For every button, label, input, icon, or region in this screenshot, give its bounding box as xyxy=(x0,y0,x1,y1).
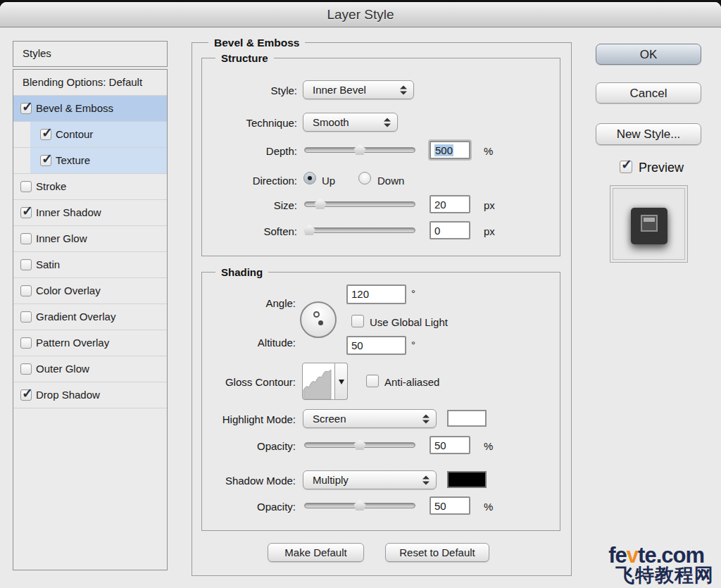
highlight-color-swatch[interactable] xyxy=(447,410,487,427)
altitude-value: 50 xyxy=(351,339,363,351)
checkbox[interactable] xyxy=(20,337,32,349)
opacity2-slider[interactable] xyxy=(304,503,415,508)
opacity1-field[interactable]: 50 xyxy=(430,436,470,454)
highlight-mode-value: Screen xyxy=(313,413,346,425)
gloss-contour-dropdown-button[interactable] xyxy=(335,363,348,400)
contour-curve xyxy=(303,363,334,399)
anti-aliased-checkbox[interactable] xyxy=(366,375,379,387)
cancel-button[interactable]: Cancel xyxy=(596,82,701,104)
size-slider[interactable] xyxy=(304,201,415,207)
ok-label: OK xyxy=(640,48,658,61)
preview-checkbox[interactable] xyxy=(620,161,632,173)
titlebar[interactable]: Layer Style xyxy=(0,2,721,27)
styles-header-label: Styles xyxy=(23,47,51,59)
shading-legend: Shading xyxy=(215,266,268,278)
new-style-label: New Style... xyxy=(617,127,681,141)
styles-header-box[interactable]: Styles xyxy=(13,41,168,67)
shadow-mode-dropdown[interactable]: Multiply xyxy=(303,470,437,489)
opacity2-unit: % xyxy=(484,501,493,513)
shading-group xyxy=(201,272,560,531)
reset-to-default-button[interactable]: Reset to Default xyxy=(385,543,489,562)
sidebar-item-outer-glow[interactable]: Outer Glow xyxy=(13,356,167,382)
checkbox[interactable] xyxy=(40,129,51,140)
technique-dropdown[interactable]: Smooth xyxy=(303,113,398,132)
style-dropdown[interactable]: Inner Bevel xyxy=(303,80,414,99)
angle-dial[interactable] xyxy=(300,301,337,338)
soften-label: Soften: xyxy=(199,225,297,237)
ok-button[interactable]: OK xyxy=(596,44,701,65)
sidebar-item-bevel-emboss[interactable]: Bevel & Emboss xyxy=(13,96,167,122)
anti-aliased-label: Anti-aliased xyxy=(384,376,439,388)
new-style-button[interactable]: New Style... xyxy=(596,123,701,145)
opacity1-value: 50 xyxy=(434,439,446,451)
make-default-button[interactable]: Make Default xyxy=(268,543,364,562)
watermark-site: fevte.com xyxy=(608,544,704,566)
sidebar-item-stroke[interactable]: Stroke xyxy=(13,174,167,200)
sidebar-item-blending-options[interactable]: Blending Options: Default xyxy=(13,70,167,96)
updown-arrows-icon xyxy=(422,475,430,484)
sidebar-item-pattern-overlay[interactable]: Pattern Overlay xyxy=(13,330,167,356)
angle-value: 120 xyxy=(351,288,369,300)
angle-field[interactable]: 120 xyxy=(346,284,406,304)
angle-dial-center xyxy=(318,320,323,325)
checkbox[interactable] xyxy=(20,389,32,401)
depth-slider[interactable] xyxy=(304,147,415,153)
checkbox[interactable] xyxy=(20,285,32,296)
sidebar-item-inner-glow[interactable]: Inner Glow xyxy=(13,226,167,252)
shadow-color-swatch[interactable] xyxy=(447,471,487,488)
checkbox[interactable] xyxy=(20,311,32,323)
direction-down-radio[interactable] xyxy=(358,172,371,184)
depth-field[interactable]: 500 xyxy=(430,141,470,159)
altitude-label: Altitude: xyxy=(197,337,296,349)
opacity1-unit: % xyxy=(484,440,493,452)
opacity1-label: Opacity: xyxy=(197,440,296,452)
checkbox[interactable] xyxy=(20,363,32,375)
angle-label: Angle: xyxy=(197,297,296,309)
sidebar-item-label: Contour xyxy=(56,128,93,140)
structure-legend: Structure xyxy=(215,52,274,64)
sidebar-item-label: Inner Glow xyxy=(36,232,87,244)
direction-up-radio[interactable] xyxy=(303,172,316,184)
depth-unit: % xyxy=(484,145,493,157)
checkbox[interactable] xyxy=(20,233,32,244)
depth-label: Depth: xyxy=(199,145,297,157)
opacity2-field[interactable]: 50 xyxy=(430,496,470,515)
sidebar-item-inner-shadow[interactable]: Inner Shadow xyxy=(13,200,167,226)
sidebar-item-label: Color Overlay xyxy=(36,284,101,296)
shadow-mode-value: Multiply xyxy=(313,474,349,486)
sidebar-item-satin[interactable]: Satin xyxy=(13,252,167,278)
sidebar-item-label: Outer Glow xyxy=(36,363,89,375)
sidebar-item-gradient-overlay[interactable]: Gradient Overlay xyxy=(13,304,167,330)
soften-value: 0 xyxy=(434,225,440,237)
use-global-light-checkbox[interactable] xyxy=(351,315,364,327)
soften-slider[interactable] xyxy=(304,227,415,233)
direction-label: Direction: xyxy=(199,175,297,187)
soften-field[interactable]: 0 xyxy=(430,221,470,239)
opacity1-slider[interactable] xyxy=(304,442,415,448)
preview-inner-shape xyxy=(641,215,658,232)
sidebar-item-label: Stroke xyxy=(36,180,66,192)
checkbox[interactable] xyxy=(20,103,32,114)
style-dropdown-value: Inner Bevel xyxy=(313,84,366,96)
checkbox[interactable] xyxy=(20,181,32,192)
checkbox[interactable] xyxy=(20,207,32,218)
make-default-label: Make Default xyxy=(284,546,346,558)
sidebar-item-drop-shadow[interactable]: Drop Shadow xyxy=(13,382,167,408)
sidebar-item-contour[interactable]: Contour xyxy=(13,122,167,148)
technique-label: Technique: xyxy=(199,117,297,129)
checkbox[interactable] xyxy=(20,259,32,270)
altitude-field[interactable]: 50 xyxy=(346,336,406,355)
sidebar-item-color-overlay[interactable]: Color Overlay xyxy=(13,278,167,304)
reset-to-default-label: Reset to Default xyxy=(399,546,475,558)
sidebar-item-label: Satin xyxy=(36,258,60,270)
highlight-mode-dropdown[interactable]: Screen xyxy=(303,409,437,428)
sidebar-item-label: Bevel & Emboss xyxy=(36,102,113,114)
updown-arrows-icon xyxy=(400,85,407,94)
sidebar-item-texture[interactable]: Texture xyxy=(13,148,167,174)
checkbox[interactable] xyxy=(40,155,51,166)
altitude-unit: ° xyxy=(411,339,415,351)
watermark: fevte.com 飞特教程网 xyxy=(608,544,714,585)
sidebar-item-label: Drop Shadow xyxy=(36,389,100,401)
size-field[interactable]: 20 xyxy=(430,195,470,213)
gloss-contour-thumbnail[interactable] xyxy=(302,363,335,400)
